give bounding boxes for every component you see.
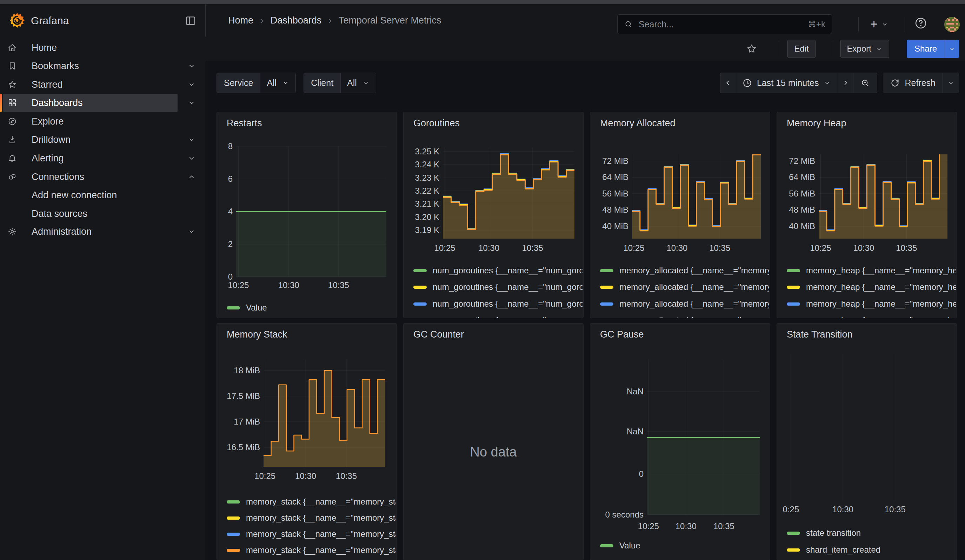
legend-item[interactable]: memory_allocated {__name__="memory_alloc… [600,281,769,293]
legend-item[interactable]: num_goroutines {__name__="num_goroutines… [413,264,582,276]
sidebar-item-home[interactable]: Home [3,39,178,57]
y-axis-label: 48 MiB [590,205,628,215]
legend-swatch [227,549,240,552]
legend-item[interactable]: num_goroutines {__name__="num_goroutines… [413,298,582,310]
legend-item[interactable]: num_goroutines {__name__="num_goroutines… [413,314,582,318]
sidebar-item-explore[interactable]: Explore [3,112,178,131]
chart-area[interactable] [819,154,947,238]
panel-title[interactable]: Memory Heap [787,118,846,129]
share-menu-button[interactable] [945,40,959,58]
legend-item[interactable]: memory_stack {__name__="memory_stack" [227,512,396,524]
legend-item[interactable]: memory_heap {__name__="memory_heap" [787,264,956,276]
x-axis-label: 10:35 [312,280,365,290]
filter-bar: ServiceAllClientAll Last 15 minutes [216,73,959,93]
chart-area[interactable] [236,146,386,277]
chart-area[interactable] [263,360,385,467]
time-forward-button[interactable] [837,73,854,93]
filter-client-value[interactable]: All [341,73,376,93]
breadcrumb-dashboards[interactable]: Dashboards [271,15,322,26]
filter-service-value[interactable]: All [260,73,296,93]
legend-label: num_goroutines {__name__="num_goroutines… [433,282,582,292]
chevron-down-icon[interactable] [188,99,195,107]
top-nav: Grafana Home › Dashboards › Temporal Ser… [0,4,965,37]
chart-area[interactable] [632,154,761,238]
sidebar-item-data-sources[interactable]: Data sources [3,204,178,223]
sidebar-toggle-icon[interactable] [185,15,196,26]
breadcrumb-home[interactable]: Home [228,15,254,26]
chevron-down-icon[interactable] [188,228,195,235]
breadcrumb-current: Temporal Server Metrics [339,15,442,26]
share-button[interactable]: Share [907,40,945,58]
legend-item[interactable]: memory_allocated {__name__="memory_alloc… [600,298,769,310]
legend-item[interactable]: memory_allocated {__name__="memory_alloc… [600,314,769,318]
panel-title[interactable]: Memory Allocated [600,118,676,129]
legend-swatch [413,286,427,289]
sidebar-item-starred[interactable]: Starred [3,75,178,94]
chevron-down-icon[interactable] [188,154,195,162]
legend-swatch [413,302,427,305]
chart-area[interactable] [443,147,574,238]
star-icon[interactable] [746,44,757,54]
legend-item[interactable]: Value [600,540,769,552]
legend-swatch [413,269,427,272]
avatar[interactable] [944,17,960,32]
legend-item[interactable]: memory_stack {__name__="memory_stack" [227,528,396,540]
zoom-out-button[interactable] [854,73,877,93]
panel-title[interactable]: Restarts [227,118,262,129]
window-top-strip [0,0,965,4]
legend-item[interactable]: memory_stack {__name__="memory_stack" [227,496,396,508]
chevron-down-icon [824,79,831,87]
refresh-interval-button[interactable] [943,73,959,93]
chart-area[interactable] [647,360,760,515]
refresh-button[interactable]: Refresh [883,73,943,93]
chevron-left-icon [724,79,732,87]
panel-title[interactable]: GC Counter [413,329,464,340]
help-icon[interactable] [914,17,927,29]
time-range-picker[interactable]: Last 15 minutes [736,73,837,93]
edit-button[interactable]: Edit [787,40,815,58]
sidebar-item-drilldown[interactable]: Drilldown [3,131,178,149]
search-input[interactable] [638,19,808,30]
legend-item[interactable]: memory_heap {__name__="memory_heap" [787,298,956,310]
legend-item[interactable]: num_goroutines {__name__="num_goroutines… [413,281,582,293]
chevron-down-icon[interactable] [188,81,195,88]
add-new-button[interactable]: + [870,15,888,34]
legend-label: memory_stack {__name__="memory_stack" [246,529,396,539]
home-icon [8,43,17,52]
legend-item[interactable]: memory_allocated {__name__="memory_alloc… [600,264,769,276]
breadcrumb-separator: › [260,15,263,26]
panel-title[interactable]: Goroutines [413,118,460,129]
legend-item[interactable]: shard_item_created [787,544,956,556]
chevron-down-icon[interactable] [188,62,195,70]
chevron-down-icon[interactable] [188,136,195,144]
legend-item[interactable]: state transition [787,527,956,539]
legend-item[interactable]: memory_heap {__name__="memory_heap" [787,314,956,318]
sidebar-item-alerting[interactable]: Alerting [3,149,178,167]
sidebar-item-administration[interactable]: Administration [3,222,178,241]
chevron-up-icon[interactable] [188,173,195,181]
y-axis-label: 17 MiB [216,417,260,427]
sidebar-item-add-new-connection[interactable]: Add new connection [3,186,178,204]
sidebar-item-label: Administration [31,222,92,241]
refresh-icon [890,78,900,88]
time-back-button[interactable] [720,73,736,93]
sidebar-item-bookmarks[interactable]: Bookmarks [3,57,178,75]
legend-label: state transition [806,528,861,538]
panel-title[interactable]: GC Pause [600,329,644,340]
legend-item[interactable]: memory_stack {__name__="memory_stack" [227,544,396,556]
legend-label: memory_allocated {__name__="memory_alloc… [619,315,769,318]
legend-item[interactable]: Value [227,302,396,314]
panel-title[interactable]: State Transition [787,329,853,340]
search-box[interactable]: ⌘+k [617,15,832,34]
chart-area[interactable] [787,354,954,501]
panel-memory_allocated: Memory Allocated72 MiB64 MiB56 MiB48 MiB… [590,112,770,318]
chevron-down-icon [875,45,883,52]
export-button[interactable]: Export [841,40,889,58]
time-controls: Last 15 minutes Refresh [720,73,959,93]
panel-title[interactable]: Memory Stack [227,329,288,340]
legend-item[interactable]: memory_heap {__name__="memory_heap" [787,281,956,293]
grafana-logo[interactable] [9,12,25,28]
y-axis-label: 3.24 K [403,160,439,170]
sidebar-item-dashboards[interactable]: Dashboards [3,94,178,112]
sidebar-item-connections[interactable]: Connections [3,168,178,186]
